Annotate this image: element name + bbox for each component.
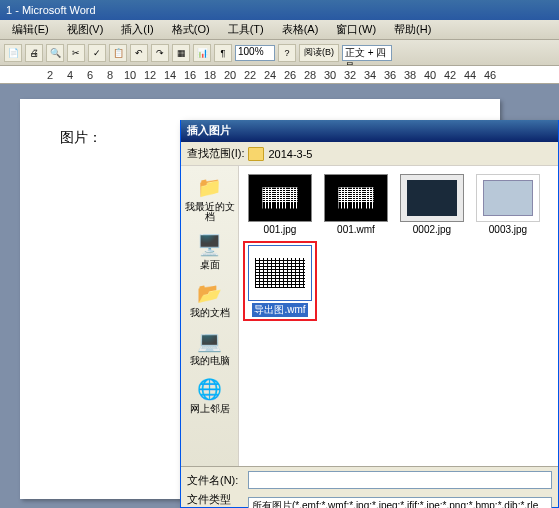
thumbnail [476, 174, 540, 222]
menu-view[interactable]: 视图(V) [59, 20, 112, 39]
menu-help[interactable]: 帮助(H) [386, 20, 439, 39]
filename-field[interactable] [248, 471, 552, 489]
app-title-bar: 1 - Microsoft Word [0, 0, 559, 20]
zoom-field[interactable]: 100% [235, 45, 275, 61]
sidebar-mydocs[interactable]: 📂我的文档 [188, 278, 232, 320]
insert-picture-dialog: 插入图片 查找范围(I): 2014-3-5 📁我最近的文档 🖥️桌面 📂我的文… [180, 120, 559, 508]
menu-bar: 编辑(E) 视图(V) 插入(I) 格式(O) 工具(T) 表格(A) 窗口(W… [0, 20, 559, 40]
file-item[interactable]: 001.jpg [245, 172, 315, 237]
toolbar-btn[interactable]: ? [278, 44, 296, 62]
toolbar: 📄 🖨 🔍 ✂ ✓ 📋 ↶ ↷ ▦ 📊 ¶ 100% ? 阅读(B) 正文 + … [0, 40, 559, 66]
app-title: 1 - Microsoft Word [6, 4, 96, 16]
filename-label: 文件名(N): [187, 473, 242, 488]
lookin-label: 查找范围(I): [187, 146, 244, 161]
menu-insert[interactable]: 插入(I) [113, 20, 161, 39]
lookin-row: 查找范围(I): 2014-3-5 [181, 142, 558, 166]
recent-icon: 📁 [195, 174, 225, 200]
menu-format[interactable]: 格式(O) [164, 20, 218, 39]
read-btn[interactable]: 阅读(B) [299, 44, 339, 62]
toolbar-btn[interactable]: 📄 [4, 44, 22, 62]
file-list[interactable]: 001.jpg 001.wmf 0002.jpg 0003.jpg 导出图.wm… [239, 166, 558, 466]
toolbar-btn[interactable]: ¶ [214, 44, 232, 62]
folder-icon [248, 147, 264, 161]
places-sidebar: 📁我最近的文档 🖥️桌面 📂我的文档 💻我的电脑 🌐网上邻居 [181, 166, 239, 466]
toolbar-btn[interactable]: ↷ [151, 44, 169, 62]
desktop-icon: 🖥️ [195, 232, 225, 258]
toolbar-btn[interactable]: 📊 [193, 44, 211, 62]
toolbar-btn[interactable]: 🖨 [25, 44, 43, 62]
sidebar-desktop[interactable]: 🖥️桌面 [193, 230, 227, 272]
style-field[interactable]: 正文 + 四号 [342, 45, 392, 61]
ruler: 2468101214161820222426283032343638404244… [0, 66, 559, 84]
sidebar-network[interactable]: 🌐网上邻居 [188, 374, 232, 416]
toolbar-btn[interactable]: ▦ [172, 44, 190, 62]
thumbnail [324, 174, 388, 222]
dialog-bottom: 文件名(N): 文件类型(T):所有图片(*.emf;*.wmf;*.jpg;*… [181, 466, 558, 508]
mydocs-icon: 📂 [195, 280, 225, 306]
menu-table[interactable]: 表格(A) [274, 20, 327, 39]
file-item[interactable]: 0003.jpg [473, 172, 543, 237]
menu-edit[interactable]: 编辑(E) [4, 20, 57, 39]
menu-window[interactable]: 窗口(W) [328, 20, 384, 39]
toolbar-btn[interactable]: ↶ [130, 44, 148, 62]
file-item-selected[interactable]: 导出图.wmf [245, 243, 315, 319]
file-item[interactable]: 0002.jpg [397, 172, 467, 237]
toolbar-btn[interactable]: 📋 [109, 44, 127, 62]
thumbnail [248, 245, 312, 301]
network-icon: 🌐 [195, 376, 225, 402]
thumbnail [248, 174, 312, 222]
toolbar-btn[interactable]: ✂ [67, 44, 85, 62]
toolbar-btn[interactable]: 🔍 [46, 44, 64, 62]
thumbnail [400, 174, 464, 222]
computer-icon: 💻 [195, 328, 225, 354]
menu-tools[interactable]: 工具(T) [220, 20, 272, 39]
sidebar-recent[interactable]: 📁我最近的文档 [181, 172, 238, 224]
filetype-label: 文件类型(T): [187, 492, 242, 508]
lookin-value[interactable]: 2014-3-5 [268, 148, 552, 160]
toolbar-btn[interactable]: ✓ [88, 44, 106, 62]
filetype-field[interactable]: 所有图片(*.emf;*.wmf;*.jpg;*.jpeg;*.jfif;*.j… [248, 497, 552, 509]
dialog-title: 插入图片 [181, 120, 558, 142]
file-item[interactable]: 001.wmf [321, 172, 391, 237]
sidebar-mycomputer[interactable]: 💻我的电脑 [188, 326, 232, 368]
